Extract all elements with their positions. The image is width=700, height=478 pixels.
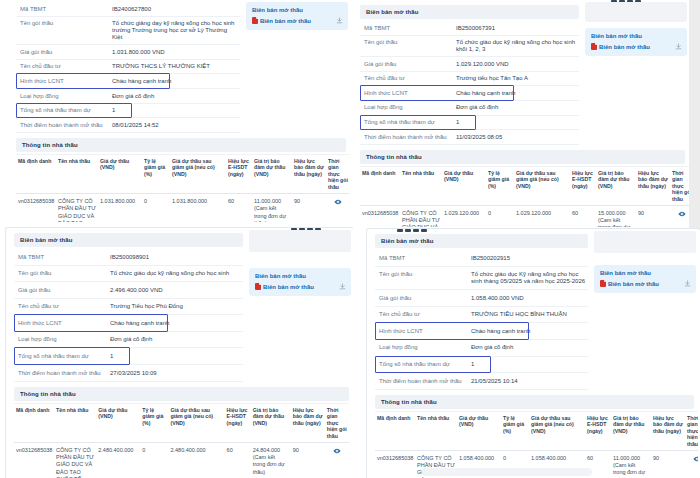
investor-name: TRƯỜNG TIỂU HỌC BÌNH THUẬN	[471, 311, 588, 318]
field-row-chu-dau-tu: Tên chủ đầu tư Trường tiểu học Tân Tạo A	[360, 72, 579, 87]
field-label: Hình thức LCNT	[364, 90, 456, 97]
field-row-hinh-thuc-lcnt: Hình thức LCNT Chào hàng cạnh tranh	[16, 74, 240, 89]
col-header: Giá trị bảo đảm dự thầu (VND)	[611, 411, 651, 451]
bid-opening-panel: Biên bản mở thầu Mã TBMT IB2500067391 Tê…	[352, 0, 689, 227]
pdf-file-icon	[591, 43, 597, 50]
tbmt-code: IB2500067391	[456, 25, 579, 32]
eye-icon[interactable]	[334, 198, 342, 208]
guarantee-cell: 11.000.000 (Cam kết trong đơn dự thầu)	[611, 451, 651, 478]
report-link[interactable]: Biên bản mở thầu	[599, 44, 650, 50]
bidder-name: CÔNG TY CỔ PHẦN ĐẦU TƯ GIÁO DỤC VÀ ĐÀO T…	[54, 443, 96, 478]
tbmt-code: IB2500098901	[110, 254, 243, 261]
field-row-so-nha-thau: Tổng số nhà thầu tham dự 1	[16, 104, 240, 119]
contract-type: Đơn giá cố định	[471, 344, 588, 351]
panel-title-text: Biên bản mở thầu	[381, 238, 434, 244]
guarantee-validity: 90	[651, 451, 685, 478]
bidder-section-header: Thông tin nhà thầu	[375, 395, 694, 409]
pdf-file-icon	[252, 17, 258, 24]
field-row-gia-goi-thau: Giá gói thầu 2.496.400.000 VND	[14, 282, 243, 299]
field-label: Tổng số nhà thầu tham dự	[20, 107, 112, 114]
bidder-section-header: Thông tin nhà thầu	[16, 138, 346, 152]
col-header: Giá dự thầu sau giảm giá (nếu có) (VND)	[168, 403, 224, 443]
field-label: Tổng số nhà thầu tham dự	[364, 119, 456, 126]
col-header: Tỷ lệ giảm giá (%)	[140, 403, 168, 443]
field-label: Hình thức LCNT	[20, 78, 112, 85]
bidder-count: 1	[456, 119, 579, 126]
guarantee-note: (Cam kết trong đơn dự thầu)	[598, 217, 634, 227]
field-label: Loại hợp đồng	[364, 104, 456, 111]
field-label: Mã TBMT	[18, 254, 110, 261]
panel-sidebar: Biên bản mở thầu Biên bản mở thầu	[585, 2, 687, 56]
guarantee-note: (Cam kết trong đơn dự thầu)	[253, 454, 289, 475]
field-label: Tên gói thầu	[379, 271, 471, 278]
clipped-text-artifact	[397, 229, 427, 232]
bid-validity: 60	[225, 443, 251, 478]
eye-icon[interactable]	[693, 455, 698, 465]
panel-title: Biên bản mở thầu	[375, 234, 588, 248]
field-label: Tên chủ đầu tư	[364, 75, 456, 82]
eye-icon[interactable]	[333, 447, 341, 457]
panel-title-text: Biên bản mở thầu	[20, 237, 73, 243]
col-header: Hiệu lực E-HSDT (ngày)	[570, 166, 596, 206]
panel-sidebar: Biên bản mở thầu Biên bản mở thầu	[246, 2, 348, 30]
col-header: Tên nhà thầu	[54, 403, 96, 443]
completion-time: 21/05/2025 10:14	[471, 378, 588, 385]
investor-name: Trường tiểu học Tân Tạo A	[456, 75, 579, 82]
collapsed-gray-block	[585, 2, 687, 22]
pdf-file-icon	[600, 280, 606, 287]
field-label: Hình thức LCNT	[379, 328, 471, 335]
col-header: Tỷ lệ giảm giá (%)	[486, 166, 514, 206]
field-label: Giá gói thầu	[20, 49, 112, 56]
contract-type: Đơn giá cố định	[110, 336, 243, 343]
field-label: Loại hợp đồng	[18, 336, 110, 343]
report-link[interactable]: Biên bản mở thầu	[608, 281, 659, 287]
bidder-section-title: Thông tin nhà thầu	[381, 399, 437, 405]
col-header: Tỷ lệ giảm giá (%)	[501, 411, 529, 451]
field-label: Giá gói thầu	[364, 61, 456, 68]
col-header: Mã định danh	[360, 166, 400, 206]
bidder-row: vn0312685038 CÔNG TY CỔ PHẦN ĐẦU TƯ GIÁO…	[14, 443, 349, 478]
download-icon[interactable]	[336, 17, 343, 24]
panels-grid: Mã TBMT IB2400627800 Tên gói thầu Tổ chứ…	[0, 0, 700, 478]
col-header: Hiệu lực E-HSDT (ngày)	[226, 154, 252, 194]
table-header-row: Mã định danh Tên nhà thầu Giá dự thầu (V…	[360, 166, 689, 206]
field-label: Loại hợp đồng	[20, 93, 112, 100]
field-row-gia-goi-thau: Giá gói thầu 1.029.120.000 VND	[360, 57, 579, 72]
field-row-gia-goi-thau: Giá gói thầu 1.058.400.000 VND	[375, 290, 588, 307]
package-price: 1.058.400.000 VND	[471, 295, 588, 302]
download-icon[interactable]	[684, 280, 691, 287]
bidder-row: vn0312685038 CÔNG TY CỔ PHẦN ĐẦU TƯ GIÁO…	[16, 194, 350, 222]
report-link[interactable]: Biên bản mở thầu	[263, 284, 314, 290]
report-link[interactable]: Biên bản mở thầu	[260, 18, 311, 24]
table-header-row: Mã định danh Tên nhà thầu Giá dự thầu (V…	[16, 154, 350, 194]
bidder-name: CÔNG TY CỔ PHẦN ĐẦU TƯ GIÁO DỤC VÀ ĐÀO T…	[56, 194, 98, 222]
download-box-title: Biên bản mở thầu	[591, 33, 682, 39]
bidder-table: Mã định danh Tên nhà thầu Giá dự thầu (V…	[360, 166, 689, 227]
field-row-loai-hop-dong: Loại hợp đồng Đơn giá cố định	[375, 340, 588, 357]
package-name: Tổ chức giáo dục kỹ năng sống cho học si…	[110, 270, 243, 277]
report-download-box: Biên bản mở thầu Biên bản mở thầu	[249, 268, 351, 296]
bidder-section-header: Thông tin nhà thầu	[360, 150, 685, 164]
bid-form: Biên bản mở thầu Mã TBMT IB2500067391 Tê…	[360, 5, 579, 145]
col-header: Giá dự thầu sau giảm giá (nếu có) (VND)	[514, 166, 570, 206]
col-header: Thời gian thực hiện gói thầu	[670, 166, 689, 206]
collapsed-gray-block	[249, 230, 351, 252]
tbmt-code: IB2400627800	[112, 6, 240, 13]
field-row-ten-goi-thau: Tên gói thầu Tổ chức giáo dục Kỹ năng số…	[375, 267, 588, 291]
completion-time: 27/03/2025 10:09	[110, 370, 243, 377]
field-label: Tên gói thầu	[18, 270, 110, 277]
eye-icon[interactable]	[678, 210, 686, 220]
download-icon[interactable]	[339, 283, 346, 290]
col-header: Giá dự thầu sau giảm giá (nếu có) (VND)	[529, 411, 585, 451]
download-icon[interactable]	[675, 43, 682, 50]
col-header: Giá dự thầu (VND)	[457, 411, 501, 451]
col-header: Giá trị bảo đảm dự thầu (VND)	[252, 154, 292, 194]
field-row-hinh-thuc-lcnt: Hình thức LCNT Chào hàng cạnh tranh	[14, 315, 243, 332]
field-row-ten-goi-thau: Tên gói thầu Tổ chức giáo dục kỹ năng số…	[14, 266, 243, 283]
guarantee-validity: 90	[636, 206, 670, 227]
bid-form: Biên bản mở thầu Mã TBMT IB2500098901 Tê…	[14, 233, 243, 382]
field-label: Hình thức LCNT	[18, 320, 110, 327]
field-row-ma-tbmt: Mã TBMT IB2500067391	[360, 21, 579, 36]
col-header: Thời gian thực hiện gói thầu	[326, 154, 350, 194]
bid-price: 1.029.120.000	[442, 206, 486, 227]
